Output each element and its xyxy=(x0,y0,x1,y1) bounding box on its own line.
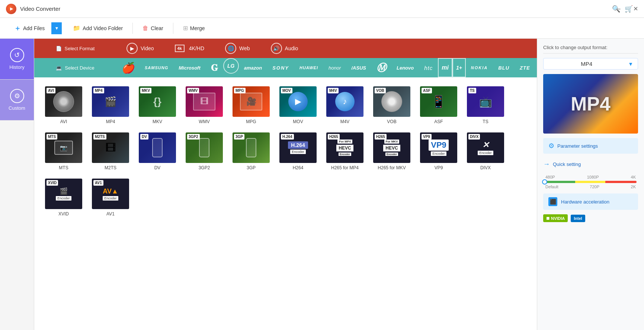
device-google[interactable]: 𝐆 xyxy=(206,58,223,77)
format-item-mkv[interactable]: MKV {} MKV xyxy=(135,83,179,126)
select-device-tab[interactable]: 💻 Select Device xyxy=(34,58,116,77)
quick-setting-label: Quick setting xyxy=(553,161,581,167)
format-item-wmv[interactable]: WMV 🎞 WMV xyxy=(182,83,226,126)
format-subtabs: ▶ Video 4k 4K/HD 🌐 Web 🔊 Audio xyxy=(116,39,537,58)
format-item-av1[interactable]: AV1 AV▲ Encoder AV1 xyxy=(89,176,132,219)
format-label-h265mp4: H265 for MP4 xyxy=(331,165,359,170)
subtab-web[interactable]: 🌐 Web xyxy=(215,39,260,58)
intel-badge[interactable]: Intel xyxy=(571,215,585,222)
format-row-1: AVI AVI MP4 🎬 MP4 MK xyxy=(42,83,529,126)
clear-button[interactable]: 🗑 Clear xyxy=(136,22,170,35)
device-asus[interactable]: /ASUS xyxy=(346,58,371,77)
device-huawei[interactable]: HUAWEI xyxy=(294,58,323,77)
hw-accel-icon: ⬛ xyxy=(548,197,557,206)
parameter-settings-button[interactable]: ⚙ Parameter settings xyxy=(543,138,638,154)
device-header-row: 💻 Select Device 🍎 SAMSUNG Microsoft 𝐆 LG… xyxy=(34,58,537,77)
subtab-audio[interactable]: 🔊 Audio xyxy=(260,39,309,58)
device-zte[interactable]: ZTE xyxy=(515,58,535,77)
device-blu[interactable]: BLU xyxy=(493,58,515,77)
format-item-h265mp4[interactable]: H265 For MP4 HEVC Encoder H265 for MP4 xyxy=(323,129,367,173)
quick-setting-icon: → xyxy=(543,160,550,168)
merge-button[interactable]: ⊞ Merge xyxy=(176,22,212,35)
add-video-folder-button[interactable]: 📁 Add Video Folder xyxy=(66,22,129,35)
device-sony[interactable]: SONY xyxy=(267,58,294,77)
format-item-divx[interactable]: DIVX ✕ Encoder DIVX xyxy=(464,129,507,173)
format-row-2: MTS 📷 MTS M2TS 🎞 M2TS DV xyxy=(42,129,529,173)
format-item-vp9[interactable]: VP9 VP9 Encoder VP9 xyxy=(417,129,461,173)
format-item-dv[interactable]: DV DV xyxy=(135,129,179,173)
select-format-label: Select Format xyxy=(65,46,95,51)
format-label-mp4: MP4 xyxy=(106,119,115,124)
format-label-mkv: MKV xyxy=(153,119,162,124)
format-label-divx: DIVX xyxy=(480,165,491,170)
format-label-vp9: VP9 xyxy=(435,165,443,170)
sidebar-item-custom[interactable]: ⚙ Custom xyxy=(0,80,34,121)
format-item-vob[interactable]: VOB VOB xyxy=(370,83,414,126)
device-samsung[interactable]: SAMSUNG xyxy=(140,58,173,77)
format-item-3gp2[interactable]: 3GP2 3GP2 xyxy=(182,129,226,173)
device-apple[interactable]: 🍎 xyxy=(116,58,140,77)
format-item-mp4[interactable]: MP4 🎬 MP4 xyxy=(89,83,132,126)
quality-label-2k: 2K xyxy=(631,185,636,189)
subtab-4k-label: 4K/HD xyxy=(189,45,204,51)
intel-label: Intel xyxy=(574,216,582,221)
hardware-acceleration-button[interactable]: ⬛ Hardware acceleration xyxy=(543,193,638,210)
device-honor[interactable]: honor xyxy=(323,58,346,77)
subtab-video-label: Video xyxy=(141,45,154,51)
format-item-avi[interactable]: AVI AVI xyxy=(42,83,86,126)
subtab-4k[interactable]: 4k 4K/HD xyxy=(164,39,215,58)
format-label-vob: VOB xyxy=(387,119,396,124)
merge-icon: ⊞ xyxy=(183,25,188,32)
select-format-tab[interactable]: 📄 Select Format xyxy=(34,39,116,58)
device-amazon[interactable]: amazon xyxy=(239,58,267,77)
add-files-button[interactable]: ＋ Add Files xyxy=(7,21,51,36)
device-microsoft[interactable]: Microsoft xyxy=(173,58,206,77)
format-selector-label: MP4 xyxy=(548,61,625,67)
custom-icon: ⚙ xyxy=(10,89,24,103)
device-nokia[interactable]: NOKIA xyxy=(466,58,493,77)
format-item-mpg[interactable]: MPG 🎥 MPG xyxy=(229,83,273,126)
format-selector[interactable]: MP4 ▼ xyxy=(543,58,638,70)
format-preview-label: MP4 xyxy=(571,93,611,115)
device-lg[interactable]: LG xyxy=(223,58,239,74)
format-item-ts[interactable]: TS 📺 TS xyxy=(464,83,507,126)
quick-setting-button[interactable]: → Quick setting xyxy=(543,158,638,170)
content-area: 📄 Select Format ▶ Video 4k 4K/HD 🌐 Web xyxy=(34,39,537,330)
format-item-h265mkv[interactable]: H265 For MKV HEVC Encoder H265 for MKV xyxy=(370,129,414,173)
format-item-h264[interactable]: H.264 H.264 Encoder H264 xyxy=(276,129,320,173)
format-preview: MP4 xyxy=(543,74,638,134)
format-item-asf[interactable]: ASF 📱 ASF xyxy=(417,83,461,126)
device-motorola[interactable]: Ⓜ xyxy=(371,58,391,77)
device-oneplus[interactable]: 1+ xyxy=(452,58,466,77)
window-controls: ─ ✕ xyxy=(610,0,644,17)
subtab-video[interactable]: ▶ Video xyxy=(116,39,164,58)
format-label-wmv: WMV xyxy=(199,119,209,124)
device-mi[interactable]: mi xyxy=(438,58,452,77)
format-item-xvid[interactable]: XVID 🎬 Encoder XVID xyxy=(42,176,86,219)
history-icon: ↺ xyxy=(10,48,24,62)
quality-thumb[interactable] xyxy=(542,179,547,185)
format-header-row: 📄 Select Format ▶ Video 4k 4K/HD 🌐 Web xyxy=(34,39,537,58)
4k-tag: 4k xyxy=(175,45,185,52)
nvidia-badge[interactable]: ◼ NVIDIA xyxy=(543,214,568,222)
nav-rows: 📄 Select Format ▶ Video 4k 4K/HD 🌐 Web xyxy=(34,39,537,77)
device-htc[interactable]: htc xyxy=(419,58,438,77)
format-item-mts[interactable]: MTS 📷 MTS xyxy=(42,129,86,173)
format-item-3gp[interactable]: 3GP 3GP xyxy=(229,129,273,173)
close-button[interactable]: ✕ xyxy=(627,0,644,18)
nvidia-icon: ◼ xyxy=(546,216,550,221)
quality-labels-bottom: Default 720P 2K xyxy=(545,185,637,189)
quality-label-720p: 720P xyxy=(590,185,599,189)
format-item-mov[interactable]: MOV ▶ MOV xyxy=(276,83,320,126)
sidebar-item-history[interactable]: ↺ History xyxy=(0,39,34,80)
sidebar: ↺ History ⚙ Custom xyxy=(0,39,34,330)
add-files-dropdown[interactable]: ▼ xyxy=(51,22,62,34)
quality-track[interactable] xyxy=(545,181,637,183)
device-lenovo[interactable]: Lenovo xyxy=(391,58,419,77)
format-item-m4v[interactable]: M4V ♪ M4V xyxy=(323,83,367,126)
right-panel: Click to change output format: MP4 ▼ MP4… xyxy=(537,39,644,330)
format-label-mpg: MPG xyxy=(246,119,256,124)
format-label-m4v: M4V xyxy=(340,119,350,124)
format-item-m2ts[interactable]: M2TS 🎞 M2TS xyxy=(89,129,132,173)
minimize-button[interactable]: ─ xyxy=(610,0,627,18)
